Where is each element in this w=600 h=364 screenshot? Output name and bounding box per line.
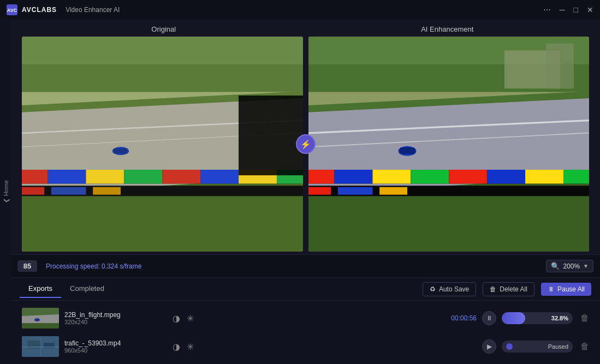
app-logo: AVC AVCLABS Video Enhancer AI: [7, 4, 120, 15]
svg-rect-40: [411, 170, 449, 183]
thumb-image-1: [22, 308, 59, 329]
brightness-icon-2[interactable]: ◑: [173, 342, 180, 352]
svg-rect-48: [379, 187, 407, 195]
svg-rect-15: [124, 170, 162, 183]
pause-icon-1: ⏸: [486, 314, 492, 322]
content-area: Original AI Enhancement: [11, 20, 600, 364]
enhanced-video-svg: [308, 37, 590, 252]
file-dims-2: 960x540: [64, 347, 163, 354]
original-video-panel: [22, 37, 303, 252]
enhanced-video-frame: [308, 37, 590, 252]
bottom-panel: Exports Completed ♻ Auto Save 🗑 Delete A…: [11, 277, 600, 364]
svg-rect-39: [372, 170, 411, 183]
file-right-1: 00:00:56 ⏸ 32.8% 🗑: [438, 311, 589, 325]
sidebar: ❮ Home: [0, 20, 11, 364]
original-label: Original: [22, 25, 306, 33]
file-list: 22B_in_flight.mpeg 320x240 ◑ ✳ 00:00:56 …: [11, 301, 600, 364]
pause-all-button[interactable]: ⏸ Pause All: [541, 283, 591, 296]
progress-track-1: 32.8%: [502, 312, 573, 324]
svg-point-56: [34, 318, 40, 321]
pause-icon: ⏸: [548, 285, 554, 293]
tab-completed[interactable]: Completed: [61, 280, 113, 298]
titlebar: AVC AVCLABS Video Enhancer AI ⋯ ─ □ ✕: [0, 0, 600, 20]
speed-unit: s/frame: [120, 262, 141, 270]
sidebar-arrow-icon: ❮: [2, 199, 9, 204]
svg-rect-52: [546, 44, 574, 89]
enhanced-video-panel: [308, 37, 590, 252]
svg-rect-46: [308, 187, 331, 195]
zoom-icon: 🔍: [551, 262, 560, 270]
speed-label: Processing speed:: [46, 262, 102, 270]
video-section: Original AI Enhancement: [11, 20, 600, 254]
svg-rect-21: [22, 187, 44, 195]
svg-rect-47: [337, 187, 372, 195]
svg-rect-43: [525, 170, 563, 183]
delete-btn-1[interactable]: 🗑: [580, 313, 589, 323]
svg-rect-42: [487, 170, 525, 183]
divider-button[interactable]: ⚡: [296, 134, 316, 154]
file-dims-1: 320x240: [64, 319, 163, 325]
processing-speed: Processing speed: 0.324 s/frame: [46, 262, 141, 270]
svg-rect-41: [449, 170, 487, 183]
zoom-dropdown-icon: ▼: [583, 263, 589, 269]
settings-icon-1[interactable]: ✳: [187, 313, 194, 324]
app-title: Video Enhancer AI: [66, 6, 120, 14]
tabs-actions: ♻ Auto Save 🗑 Delete All ⏸ Pause All: [423, 282, 591, 296]
file-thumb-2: [22, 336, 59, 357]
ai-label: AI Enhancement: [306, 25, 590, 33]
main-layout: ❮ Home Original AI Enhancement: [0, 20, 600, 364]
minimize-icon[interactable]: ─: [560, 5, 565, 14]
auto-save-button[interactable]: ♻ Auto Save: [423, 282, 476, 296]
tab-exports[interactable]: Exports: [20, 280, 61, 298]
lightning-icon: ⚡: [300, 139, 311, 150]
delete-btn-2[interactable]: 🗑: [580, 342, 589, 351]
play-btn-2[interactable]: ▶: [482, 339, 496, 354]
brightness-icon-1[interactable]: ◑: [173, 313, 180, 324]
close-icon[interactable]: ✕: [587, 5, 593, 14]
zoom-value: 200%: [563, 262, 580, 270]
frame-counter: 85: [17, 260, 37, 272]
sidebar-item-home[interactable]: ❮ Home: [2, 180, 9, 203]
svg-rect-16: [162, 170, 200, 183]
svg-rect-22: [51, 187, 86, 195]
video-compare-container: ⚡: [22, 37, 589, 252]
pause-btn-1[interactable]: ⏸: [482, 311, 496, 325]
file-controls-1: ◑ ✳: [173, 313, 194, 324]
svg-text:AVC: AVC: [7, 8, 17, 13]
paused-label-2: Paused: [548, 343, 568, 350]
thumb-image-2: [22, 336, 59, 357]
play-icon-2: ▶: [487, 343, 492, 350]
original-video-svg: [22, 37, 303, 252]
original-video-frame: [22, 37, 303, 252]
settings-icon-2[interactable]: ✳: [187, 342, 194, 352]
file-controls-2: ◑ ✳: [173, 342, 194, 352]
file-item-2: trafic_-_53903.mp4 960x540 ◑ ✳ ▶ Pause: [17, 332, 593, 361]
svg-rect-37: [308, 170, 335, 183]
maximize-icon[interactable]: □: [574, 5, 578, 14]
delete-icon: 🗑: [490, 285, 496, 293]
paused-dot-2: [506, 343, 513, 350]
svg-rect-23: [93, 187, 121, 195]
svg-rect-26: [239, 96, 302, 175]
zoom-control[interactable]: 🔍 200% ▼: [546, 260, 593, 272]
file-name-2: trafic_-_53903.mp4: [64, 339, 163, 347]
video-labels: Original AI Enhancement: [22, 25, 589, 33]
file-thumb-1: [22, 308, 59, 329]
svg-rect-55: [22, 323, 59, 329]
sidebar-home-label: Home: [2, 180, 9, 196]
brand-name: AVCLABS: [22, 6, 57, 14]
thumb-svg-2: [22, 336, 59, 357]
progress-label-1: 32.8%: [551, 315, 568, 321]
file-item-1: 22B_in_flight.mpeg 320x240 ◑ ✳ 00:00:56 …: [17, 304, 593, 332]
file-time-1: 00:00:56: [438, 314, 477, 322]
svg-rect-38: [334, 170, 372, 183]
progress-fill-1: [502, 312, 525, 324]
thumb-svg-1: [22, 308, 59, 329]
delete-all-button[interactable]: 🗑 Delete All: [483, 282, 534, 296]
tabs-row: Exports Completed ♻ Auto Save 🗑 Delete A…: [11, 278, 600, 301]
file-name-1: 22B_in_flight.mpeg: [64, 311, 163, 319]
speed-value: 0.324: [102, 262, 120, 270]
svg-rect-25: [114, 148, 127, 154]
file-right-2: ▶ Paused 🗑: [482, 339, 589, 354]
menu-icon[interactable]: ⋯: [543, 5, 551, 14]
